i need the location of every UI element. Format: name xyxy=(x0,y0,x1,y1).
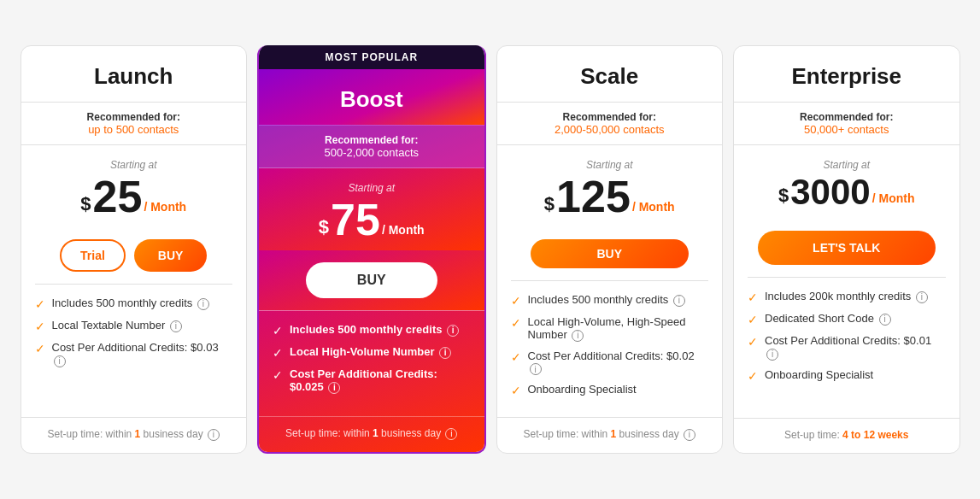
check-icon: ✓ xyxy=(35,320,45,333)
plan-header-scale: Scale xyxy=(497,46,723,103)
info-icon[interactable]: i xyxy=(673,295,685,307)
feature-text: Cost Per Additional Credits: $0.01 i xyxy=(765,334,946,361)
info-icon[interactable]: i xyxy=(54,355,66,367)
check-icon: ✓ xyxy=(511,294,521,308)
starting-at-enterprise: Starting at xyxy=(748,159,946,171)
plan-card-launch: Launch Recommended for: up to 500 contac… xyxy=(21,45,248,454)
check-icon: ✓ xyxy=(748,291,758,304)
feature-text: Cost Per Additional Credits: $0.025 i xyxy=(290,367,471,394)
plan-features-scale: ✓ Includes 500 monthly credits i ✓ Local… xyxy=(497,281,723,417)
plan-header-enterprise: Enterprise xyxy=(734,46,959,103)
price-section-launch: Starting at $ 25 / Month xyxy=(21,145,247,227)
feature-item: ✓ Dedicated Short Code i xyxy=(748,312,946,326)
price-row-launch: $ 25 / Month xyxy=(35,174,233,219)
price-dollar-boost: $ xyxy=(319,212,329,242)
plan-card-scale: Scale Recommended for: 2,000-50,000 cont… xyxy=(496,45,724,454)
plan-features-enterprise: ✓ Includes 200k monthly credits i ✓ Dedi… xyxy=(734,278,959,418)
check-icon: ✓ xyxy=(35,342,45,355)
trial-button-launch[interactable]: Trial xyxy=(60,239,126,272)
rec-value-launch: up to 500 contacts xyxy=(88,123,179,136)
check-icon: ✓ xyxy=(748,313,758,326)
plan-recommended-boost: Recommended for: 500-2,000 contacts xyxy=(259,126,484,168)
footer-highlight: 1 xyxy=(611,428,617,440)
feature-text: Cost Per Additional Credits: $0.03 i xyxy=(52,341,233,367)
info-icon[interactable]: i xyxy=(447,325,459,337)
feature-item: ✓ Local Textable Number i xyxy=(35,319,233,333)
info-icon[interactable]: i xyxy=(445,428,457,440)
plan-actions-enterprise: LET'S TALK xyxy=(734,219,959,277)
plan-features-boost: ✓ Includes 500 monthly credits i ✓ Local… xyxy=(259,311,484,416)
rec-label-scale: Recommended for: 2,000-50,000 contacts xyxy=(511,111,709,136)
price-per-boost: / Month xyxy=(382,223,425,242)
info-icon[interactable]: i xyxy=(916,291,928,303)
footer-highlight: 1 xyxy=(135,428,141,440)
rec-value-enterprise: 50,000+ contacts xyxy=(804,123,889,136)
feature-text: Onboarding Specialist xyxy=(765,368,873,381)
info-icon[interactable]: i xyxy=(170,320,182,332)
price-section-boost: Starting at $ 75 / Month xyxy=(259,168,484,250)
plan-actions-boost: BUY xyxy=(259,250,484,310)
feature-item: ✓ Includes 200k monthly credits i xyxy=(748,290,946,304)
plan-name-launch: Launch xyxy=(35,63,233,90)
price-amount-launch: 25 xyxy=(93,174,143,219)
price-dollar-launch: $ xyxy=(80,189,91,219)
rec-value-boost: 500-2,000 contacts xyxy=(324,146,419,159)
check-icon: ✓ xyxy=(35,297,45,311)
popular-gradient-wrapper: Boost Recommended for: 500-2,000 contact… xyxy=(259,69,484,452)
plan-name-scale: Scale xyxy=(511,63,709,90)
plan-actions-launch: Trial BUY xyxy=(21,227,247,284)
feature-item: ✓ Onboarding Specialist xyxy=(511,383,709,397)
plan-features-launch: ✓ Includes 500 monthly credits i ✓ Local… xyxy=(21,285,247,417)
feature-text: Dedicated Short Code i xyxy=(765,312,891,326)
rec-value-scale: 2,000-50,000 contacts xyxy=(555,123,665,136)
price-amount-scale: 125 xyxy=(556,174,631,219)
feature-text: Includes 500 monthly credits i xyxy=(528,293,685,307)
buy-button-launch[interactable]: BUY xyxy=(134,239,208,272)
plan-card-enterprise: Enterprise Recommended for: 50,000+ cont… xyxy=(733,45,960,454)
info-icon[interactable]: i xyxy=(879,314,891,326)
feature-item: ✓ Local High-Volume, High-Speed Number i xyxy=(511,315,709,342)
plan-recommended-launch: Recommended for: up to 500 contacts xyxy=(21,103,247,145)
check-icon: ✓ xyxy=(511,384,521,397)
feature-item: ✓ Cost Per Additional Credits: $0.03 i xyxy=(35,341,233,367)
info-icon[interactable]: i xyxy=(439,347,451,359)
feature-item: ✓ Onboarding Specialist xyxy=(748,368,946,383)
info-icon[interactable]: i xyxy=(530,363,542,375)
info-icon[interactable]: i xyxy=(766,349,778,361)
footer-highlight: 4 to 12 weeks xyxy=(842,429,908,441)
plan-name-boost: Boost xyxy=(273,86,471,113)
feature-text: Includes 500 monthly credits i xyxy=(52,296,209,310)
price-per-enterprise: / Month xyxy=(872,191,915,210)
buy-button-boost[interactable]: BUY xyxy=(306,262,437,298)
check-icon: ✓ xyxy=(748,369,758,383)
feature-text: Includes 200k monthly credits i xyxy=(765,290,928,303)
plan-footer-scale: Set-up time: within 1 business day i xyxy=(497,417,723,453)
footer-highlight: 1 xyxy=(373,427,379,439)
price-dollar-enterprise: $ xyxy=(778,180,789,210)
lets-talk-button-enterprise[interactable]: LET'S TALK xyxy=(758,231,936,265)
info-icon[interactable]: i xyxy=(208,429,220,441)
feature-text: Local High-Volume, High-Speed Number i xyxy=(528,315,709,342)
plan-footer-launch: Set-up time: within 1 business day i xyxy=(21,417,247,453)
check-icon: ✓ xyxy=(748,335,758,349)
feature-text: Includes 500 monthly credits i xyxy=(290,323,459,337)
starting-at-boost: Starting at xyxy=(273,182,471,194)
feature-item: ✓ Includes 500 monthly credits i xyxy=(511,293,709,308)
buy-button-scale[interactable]: BUY xyxy=(531,239,689,268)
info-icon[interactable]: i xyxy=(328,382,340,394)
feature-item: ✓ Includes 500 monthly credits i xyxy=(35,296,233,311)
info-icon[interactable]: i xyxy=(197,298,209,310)
most-popular-banner: MOST POPULAR xyxy=(259,45,484,69)
rec-label-boost: Recommended for: 500-2,000 contacts xyxy=(273,134,471,159)
plan-actions-scale: BUY xyxy=(497,227,723,280)
feature-text: Onboarding Specialist xyxy=(528,383,637,396)
info-icon[interactable]: i xyxy=(684,429,695,441)
plan-footer-boost: Set-up time: within 1 business day i xyxy=(259,416,484,452)
check-icon: ✓ xyxy=(511,350,521,364)
feature-item: ✓ Cost Per Additional Credits: $0.025 i xyxy=(273,367,471,394)
info-icon[interactable]: i xyxy=(572,330,584,342)
plan-recommended-enterprise: Recommended for: 50,000+ contacts xyxy=(734,103,959,145)
check-icon: ✓ xyxy=(273,346,283,360)
feature-text: Local High-Volume Number i xyxy=(290,345,451,359)
plan-recommended-scale: Recommended for: 2,000-50,000 contacts xyxy=(497,103,723,145)
